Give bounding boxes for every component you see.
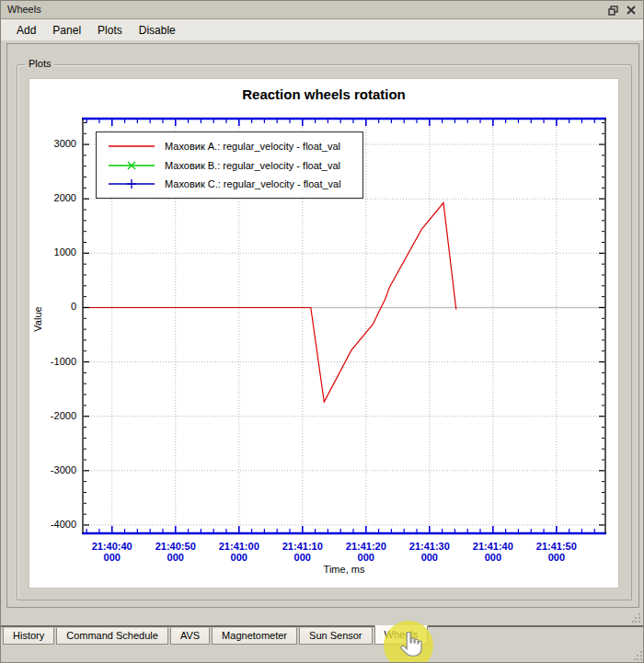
series-line-0 xyxy=(83,203,456,403)
x-tick-label: 21:41:40000 xyxy=(464,541,523,563)
y-tick-label: -3000 xyxy=(30,464,76,475)
x-tick-label: 21:40:50000 xyxy=(146,541,205,563)
legend-item-wheel-b[interactable]: Маховик В.: regular_velocity - float_val xyxy=(106,160,362,171)
plot-panel: Reaction wheels rotation Маховик А.: reg… xyxy=(29,78,619,589)
legend-line-sample-green xyxy=(106,160,157,171)
float-restore-button[interactable] xyxy=(606,4,619,17)
legend-line-sample-blue xyxy=(106,178,157,189)
window-title: Wheels xyxy=(7,1,41,18)
menu-bar: Add Panel Plots Disable xyxy=(1,19,643,40)
menu-panel[interactable]: Panel xyxy=(44,22,89,39)
hand-pointer-cursor xyxy=(399,632,424,657)
legend-label: Маховик А.: regular_velocity - float_val xyxy=(165,141,340,152)
x-tick-label: 21:40:40000 xyxy=(83,541,142,563)
tab-history[interactable]: History xyxy=(3,627,54,645)
x-axis-title: Time, ms xyxy=(83,564,605,575)
x-tick-label: 21:41:20000 xyxy=(337,541,396,563)
chart-legend: Маховик А.: regular_velocity - float_val… xyxy=(96,131,363,199)
menu-add[interactable]: Add xyxy=(8,22,44,39)
tab-avs[interactable]: AVS xyxy=(170,627,210,645)
y-tick-label: -4000 xyxy=(30,519,76,530)
tab-magnetometer[interactable]: Magnetometer xyxy=(212,627,297,645)
y-tick-label: 3000 xyxy=(30,138,76,149)
wheels-window: Wheels Add Panel Plots Disable Plots Rea… xyxy=(0,0,644,663)
menu-plots[interactable]: Plots xyxy=(89,22,131,39)
y-tick-label: -1000 xyxy=(30,356,76,367)
y-tick-label: 1000 xyxy=(30,246,76,257)
x-tick-label: 21:41:50000 xyxy=(527,541,586,563)
legend-item-wheel-c[interactable]: Маховик С.: regular_velocity - float_val xyxy=(106,178,362,189)
restore-icon xyxy=(608,6,618,16)
y-tick-label: 2000 xyxy=(30,192,76,203)
x-tick-label: 21:41:30000 xyxy=(400,541,459,563)
tab-command-schedule[interactable]: Command Schedule xyxy=(56,627,168,645)
tab-bar: History Command Schedule AVS Magnetomete… xyxy=(3,627,428,645)
x-tick-label: 21:41:00000 xyxy=(210,541,269,563)
window-size-grip[interactable] xyxy=(634,651,643,660)
chart-title: Reaction wheels rotation xyxy=(29,86,618,102)
legend-label: Маховик С.: regular_velocity - float_val xyxy=(165,178,341,189)
plots-groupbox-label: Plots xyxy=(25,58,54,69)
tab-sun-sensor[interactable]: Sun Sensor xyxy=(299,627,372,645)
y-tick-label: -2000 xyxy=(30,410,76,421)
close-icon xyxy=(627,6,636,15)
legend-line-sample-red xyxy=(106,141,157,152)
close-button[interactable] xyxy=(625,4,638,17)
dock-size-grip[interactable] xyxy=(632,613,641,623)
menu-disable[interactable]: Disable xyxy=(131,22,184,39)
x-tick-label: 21:41:10000 xyxy=(273,541,332,563)
window-titlebar[interactable]: Wheels xyxy=(1,1,643,19)
legend-label: Маховик В.: regular_velocity - float_val xyxy=(165,160,340,171)
y-axis-title: Value xyxy=(32,306,43,331)
legend-item-wheel-a[interactable]: Маховик А.: regular_velocity - float_val xyxy=(106,141,362,152)
